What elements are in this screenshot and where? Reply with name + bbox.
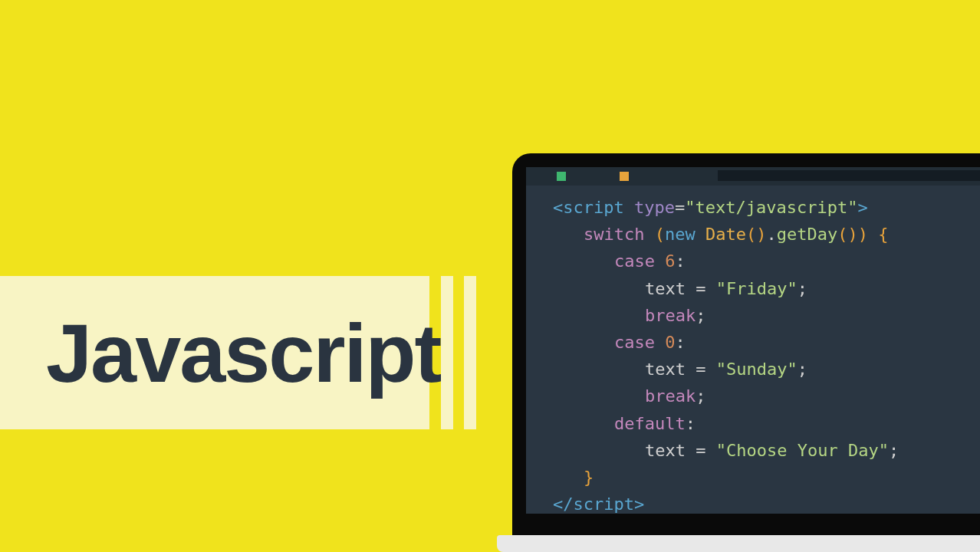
accent-bar — [464, 276, 476, 429]
code-token: = — [675, 198, 685, 217]
laptop-base — [497, 535, 980, 552]
code-token: case — [614, 251, 655, 271]
laptop-bezel: <script type="text/javascript"> switch (… — [512, 153, 980, 537]
code-token: = — [686, 441, 716, 460]
code-token: ( — [837, 225, 847, 244]
code-token: = — [686, 279, 716, 298]
code-token: 6 — [665, 251, 675, 271]
page-title: Javascript — [46, 305, 440, 401]
code-token: ; — [889, 441, 899, 460]
code-token: ; — [696, 306, 705, 325]
code-token: </ — [553, 495, 574, 514]
code-token: "Sunday" — [716, 360, 797, 379]
code-token: text — [645, 441, 686, 460]
editor-tab-bar — [526, 167, 980, 186]
code-token: ) — [858, 225, 868, 244]
code-token: script — [563, 198, 623, 217]
code-token: type — [634, 198, 675, 217]
code-token: : — [675, 333, 685, 352]
tab-indicator-icon — [620, 172, 629, 181]
code-token: ) — [847, 225, 857, 244]
code-token: > — [857, 198, 867, 217]
code-token: break — [645, 306, 696, 325]
code-token: Date — [705, 225, 746, 244]
code-token: "Choose Your Day" — [716, 441, 889, 460]
title-band: Javascript — [0, 276, 429, 429]
code-token: ( — [655, 225, 665, 244]
code-token: ) — [756, 225, 766, 244]
code-token: 0 — [665, 333, 675, 352]
code-token: text — [645, 279, 686, 298]
code-token: ; — [696, 386, 705, 406]
code-token: new — [665, 225, 696, 244]
code-token: } — [584, 468, 594, 487]
code-token: text — [645, 360, 686, 379]
code-token: script — [574, 495, 634, 514]
code-token: { — [878, 225, 888, 244]
tab-indicator-icon — [557, 172, 566, 181]
laptop-screen: <script type="text/javascript"> switch (… — [526, 167, 980, 514]
code-token: break — [645, 386, 696, 406]
code-token: ; — [797, 279, 807, 298]
code-token: > — [634, 495, 644, 514]
code-token: : — [686, 414, 696, 433]
accent-bar — [441, 276, 453, 429]
code-token: ( — [746, 225, 756, 244]
code-token: getDay — [777, 225, 837, 244]
code-token: = — [686, 360, 716, 379]
code-editor: <script type="text/javascript"> switch (… — [553, 194, 972, 518]
code-token: default — [614, 414, 686, 433]
code-token: "Friday" — [716, 279, 797, 298]
code-token: "text/javascript" — [685, 198, 857, 217]
code-token: switch — [584, 225, 644, 244]
laptop-illustration: <script type="text/javascript"> switch (… — [497, 153, 980, 552]
tab-bar-dark — [718, 170, 980, 181]
code-token: . — [766, 225, 776, 244]
code-token: case — [614, 333, 655, 352]
code-token: ; — [797, 360, 807, 379]
code-token: : — [675, 251, 685, 271]
code-token: < — [553, 198, 563, 217]
